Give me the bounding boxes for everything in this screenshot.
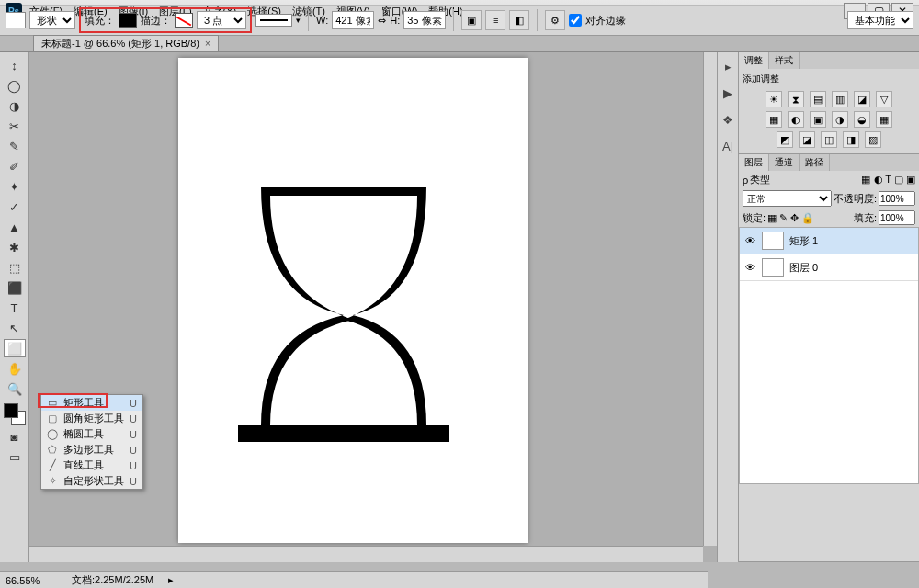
adjustment-icon[interactable]: ◨ <box>843 131 859 148</box>
stroke-size-select[interactable]: 3 点 <box>197 11 246 29</box>
tab-layers[interactable]: 图层 <box>739 154 769 171</box>
tab-styles[interactable]: 样式 <box>769 52 800 69</box>
zoom-level[interactable]: 66.55% <box>6 575 57 586</box>
opacity-label: 不透明度: <box>834 192 877 206</box>
tab-close-icon[interactable]: × <box>205 39 210 49</box>
lock-label: 锁定: <box>743 211 766 225</box>
adjustment-icon[interactable]: ▦ <box>766 111 782 128</box>
width-input[interactable] <box>332 11 374 29</box>
flyout-item[interactable]: ⬠多边形工具U <box>41 442 142 458</box>
adjustment-icon[interactable]: ▨ <box>865 131 881 148</box>
layer-thumb <box>762 258 784 277</box>
tool-button[interactable]: ⬛ <box>4 278 26 297</box>
align-edges-checkbox[interactable] <box>569 14 582 27</box>
adjustment-icon[interactable]: ☀ <box>766 91 782 107</box>
tool-button[interactable]: ↕ <box>4 56 26 74</box>
stroke-style-dropdown[interactable]: ▾ <box>296 16 301 25</box>
visibility-icon[interactable]: 👁 <box>743 262 756 273</box>
quickmask-icon[interactable]: ◙ <box>4 427 26 446</box>
opacity-input[interactable] <box>879 191 915 206</box>
document-tab[interactable]: 未标题-1 @ 66.6% (矩形 1, RGB/8) × <box>33 35 219 51</box>
tool-button[interactable]: ✱ <box>4 238 26 256</box>
layer-row[interactable]: 👁图层 0 <box>740 254 918 281</box>
dock-icon[interactable]: ▸ <box>725 60 732 74</box>
height-input[interactable] <box>403 11 446 29</box>
dock-icon[interactable]: ▶ <box>723 86 732 100</box>
tool-preset-icon[interactable] <box>6 12 26 28</box>
document-canvas[interactable] <box>178 58 528 543</box>
tool-button[interactable]: ✦ <box>4 177 26 196</box>
tool-button[interactable]: ✂ <box>4 117 26 135</box>
adjustment-icon[interactable]: ◐ <box>788 111 804 128</box>
fill-opacity-input[interactable] <box>879 210 915 225</box>
tool-button[interactable]: ✎ <box>4 137 26 155</box>
adjustment-icon[interactable]: ⧗ <box>788 91 804 107</box>
tab-paths[interactable]: 路径 <box>800 154 830 171</box>
horizontal-scrollbar[interactable] <box>29 546 703 562</box>
tool-button[interactable]: ◑ <box>4 96 26 115</box>
flyout-item[interactable]: ▭矩形工具U <box>41 395 142 411</box>
status-arrow-icon[interactable]: ▸ <box>168 574 174 586</box>
gear-icon[interactable]: ⚙ <box>545 10 565 30</box>
shape-icon: ╱ <box>47 459 58 471</box>
flyout-item[interactable]: ✧自定形状工具U <box>41 473 142 489</box>
path-align-icon[interactable]: ≡ <box>485 10 505 30</box>
visibility-icon[interactable]: 👁 <box>743 235 756 246</box>
blend-mode-select[interactable]: 正常 <box>743 190 832 207</box>
path-combine-icon[interactable]: ▣ <box>461 10 482 30</box>
tool-button[interactable]: ⬜ <box>4 339 26 357</box>
tool-button[interactable]: ◯ <box>4 76 26 95</box>
screenmode-icon[interactable]: ▭ <box>4 447 26 466</box>
adjustment-icon[interactable]: ◩ <box>777 131 793 148</box>
flyout-item[interactable]: ◯椭圆工具U <box>41 426 142 442</box>
shape-icon: ▭ <box>47 397 58 409</box>
dock-icon[interactable]: ❖ <box>722 113 733 127</box>
tool-button[interactable]: ⬚ <box>4 258 26 277</box>
shape-mode-select[interactable]: 形状 <box>29 11 75 29</box>
fill-label: 填充： <box>85 14 115 28</box>
tool-button[interactable]: T <box>4 299 26 317</box>
adjustment-icon[interactable]: ◫ <box>821 131 837 148</box>
adjustment-icon[interactable]: ▦ <box>876 111 892 128</box>
dock-icon[interactable]: A| <box>722 140 733 153</box>
workspace-select[interactable]: 基本功能 <box>847 11 913 29</box>
document-tab-title: 未标题-1 @ 66.6% (矩形 1, RGB/8) <box>41 37 199 51</box>
adjustment-icon[interactable]: ▽ <box>876 91 892 107</box>
path-arrange-icon[interactable]: ◧ <box>509 10 529 30</box>
tab-adjustments[interactable]: 调整 <box>739 52 769 69</box>
svg-rect-0 <box>238 425 449 442</box>
adjustment-icon[interactable]: ◑ <box>832 111 848 128</box>
adjustment-icon[interactable]: ▤ <box>810 91 826 107</box>
link-wh-icon[interactable]: ⇔ <box>378 15 386 27</box>
tool-button[interactable]: 🔍 <box>4 379 26 398</box>
fill-swatch[interactable] <box>119 13 137 28</box>
adjustment-icon[interactable]: ◪ <box>799 131 815 148</box>
flyout-item[interactable]: ▢圆角矩形工具U <box>41 411 142 426</box>
layer-row[interactable]: 👁矩形 1 <box>740 228 918 254</box>
adjustment-icon[interactable]: ▥ <box>832 91 848 107</box>
status-bar: 66.55% 文档:2.25M/2.25M ▸ <box>0 571 708 588</box>
tab-channels[interactable]: 通道 <box>769 154 800 171</box>
tool-button[interactable]: ▲ <box>4 218 26 236</box>
layer-name: 矩形 1 <box>789 234 818 248</box>
width-label: W: <box>316 15 328 26</box>
adjustment-icon[interactable]: ◒ <box>854 111 870 128</box>
height-label: H: <box>390 15 400 26</box>
stroke-style-preview[interactable] <box>255 14 292 27</box>
fill-opacity-label: 填充: <box>854 211 877 225</box>
tool-button[interactable]: ✓ <box>4 198 26 216</box>
stroke-label: 描边： <box>141 14 171 28</box>
tool-button[interactable]: ↖ <box>4 319 26 337</box>
layer-thumb <box>762 232 784 250</box>
vertical-scrollbar[interactable] <box>703 52 717 546</box>
doc-size: 文档:2.25M/2.25M <box>72 573 153 587</box>
tool-button[interactable]: ✋ <box>4 359 26 378</box>
adjustment-icon[interactable]: ▣ <box>810 111 826 128</box>
fg-bg-swatch[interactable] <box>4 403 26 425</box>
fg-color[interactable] <box>4 403 18 418</box>
tool-button[interactable]: ✐ <box>4 157 26 175</box>
shape-icon: ▢ <box>47 413 58 424</box>
stroke-swatch[interactable] <box>175 13 193 28</box>
adjustment-icon[interactable]: ◪ <box>854 91 870 107</box>
flyout-item[interactable]: ╱直线工具U <box>41 458 142 473</box>
